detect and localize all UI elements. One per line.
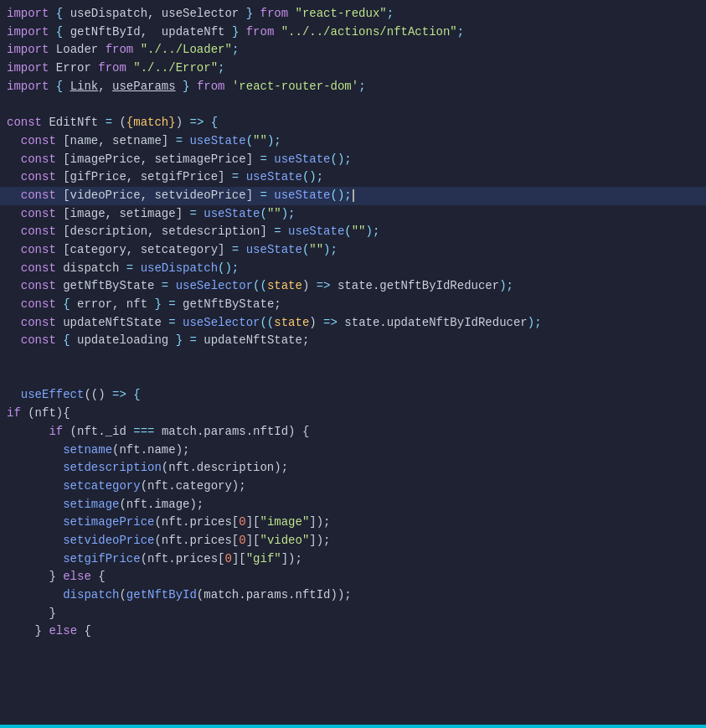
code-token: [197, 207, 204, 220]
code-token: {: [63, 333, 70, 347]
line-content: setgifPrice(nft.prices[0]["gif"]);: [7, 550, 696, 569]
line-content: if (nft){: [7, 405, 696, 423]
code-token: useState: [288, 225, 344, 238]
code-token: "../../actions/nftAction": [281, 25, 457, 39]
code-token: ]);: [309, 534, 330, 547]
code-token: import: [7, 80, 49, 93]
code-token: from: [106, 43, 134, 56]
code-token: ((: [253, 279, 267, 292]
status-bar: [0, 725, 706, 728]
code-token: }: [7, 570, 63, 583]
code-line: const EditNft = ({match}) => {: [0, 114, 706, 132]
code-token: (: [344, 225, 351, 238]
code-token: const: [7, 297, 56, 311]
code-token: );: [323, 243, 338, 256]
code-line: import { useDispatch, useSelector } from…: [0, 5, 706, 23]
code-token: setdescription: [63, 461, 162, 474]
line-content: }: [7, 605, 696, 623]
line-content: const EditNft = ({match}) => {: [7, 114, 696, 132]
code-line: const [category, setcategory] = useState…: [0, 241, 706, 260]
code-token: }: [183, 80, 189, 93]
code-line: dispatch(getNftById(match.params.nftId))…: [0, 586, 706, 605]
code-token: {: [63, 297, 70, 311]
code-token: );: [267, 134, 281, 147]
code-token: ][: [246, 515, 260, 529]
line-content: if (nft._id === match.params.nftId) {: [7, 423, 696, 441]
code-token: "video": [260, 534, 309, 547]
line-content: import { useDispatch, useSelector } from…: [7, 5, 696, 23]
line-content: const { error, nft } = getNftByState;: [7, 296, 696, 314]
line-content: setdescription(nft.description);: [7, 459, 696, 478]
code-token: const: [7, 134, 56, 147]
code-token: Error: [49, 61, 98, 75]
code-token: (nft.prices[: [154, 534, 239, 547]
line-content: const getNftByState = useSelector((state…: [7, 277, 696, 296]
code-token: ((): [84, 388, 112, 401]
code-token: getNftByState;: [176, 297, 281, 311]
code-token: import: [7, 7, 49, 20]
code-token: );: [366, 225, 380, 238]
code-token: dispatch: [63, 588, 119, 602]
code-token: [239, 243, 245, 256]
code-token: [267, 152, 274, 166]
line-content: const updateNftState = useSelector((stat…: [7, 314, 696, 333]
code-token: =: [232, 243, 239, 256]
code-token: updateNftByIdReducer: [387, 316, 528, 329]
code-token: {: [204, 116, 218, 129]
code-token: =>: [317, 279, 331, 292]
code-token: updateNftState;: [197, 333, 309, 347]
line-content: import Error from "./../Error";: [7, 59, 696, 78]
code-line: import { Link, useParams } from 'react-r…: [0, 78, 706, 96]
code-token: "": [267, 207, 281, 220]
code-token: updateloading: [70, 333, 176, 347]
code-token: from: [260, 7, 288, 20]
code-token: {: [56, 25, 63, 39]
code-token: [126, 61, 133, 75]
code-token: from: [98, 61, 126, 75]
line-content: const [image, setimage] = useState("");: [7, 205, 696, 224]
code-token: =: [189, 207, 196, 220]
code-token: [49, 7, 55, 20]
code-line: const { updateloading } = updateNftState…: [0, 332, 706, 350]
code-token: 'react-router-dom': [232, 80, 358, 93]
code-token: [image, setimage]: [56, 207, 190, 220]
code-token: from: [197, 80, 225, 93]
line-content: import { getNftById, updateNft } from ".…: [7, 23, 696, 42]
code-token: const: [7, 188, 56, 202]
code-token: =: [106, 116, 112, 129]
code-token: 0: [239, 534, 245, 547]
code-token: setimagePrice: [63, 515, 154, 529]
code-token: ();: [218, 261, 239, 275]
line-content: setvideoPrice(nft.prices[0]["video"]);: [7, 532, 696, 550]
code-line: setvideoPrice(nft.prices[0]["video"]);: [0, 532, 706, 550]
code-token: setcategory: [63, 479, 140, 493]
line-content: const [videoPrice, setvideoPrice] = useS…: [7, 187, 696, 205]
code-token: Link: [70, 80, 99, 93]
code-token: ;: [358, 80, 365, 93]
code-token: ]);: [281, 552, 302, 565]
code-token: [49, 80, 55, 93]
code-token: (: [112, 116, 126, 129]
code-token: ;: [457, 25, 464, 39]
line-content: const { updateloading } = updateNftState…: [7, 332, 696, 350]
code-token: ): [176, 116, 190, 129]
code-token: (nft.: [63, 425, 105, 438]
code-token: ): [309, 316, 323, 329]
code-token: =>: [112, 388, 126, 401]
code-token: [7, 515, 63, 529]
code-token: =>: [323, 316, 338, 329]
code-line: if (nft){: [0, 405, 706, 423]
code-token: ): [302, 279, 317, 292]
code-line: setcategory(nft.category);: [0, 478, 706, 496]
code-token: const: [7, 261, 56, 275]
code-line: const dispatch = useDispatch();: [0, 260, 706, 278]
code-token: [176, 316, 183, 329]
line-content: import { Link, useParams } from 'react-r…: [7, 78, 696, 96]
code-token: [56, 333, 63, 347]
code-line: const { error, nft } = getNftByState;: [0, 296, 706, 314]
code-token: setgifPrice: [63, 552, 140, 565]
line-content: setimage(nft.image);: [7, 496, 696, 514]
code-token: useState: [274, 152, 330, 166]
code-token: dispatch: [56, 261, 126, 275]
code-token: import: [7, 61, 49, 75]
